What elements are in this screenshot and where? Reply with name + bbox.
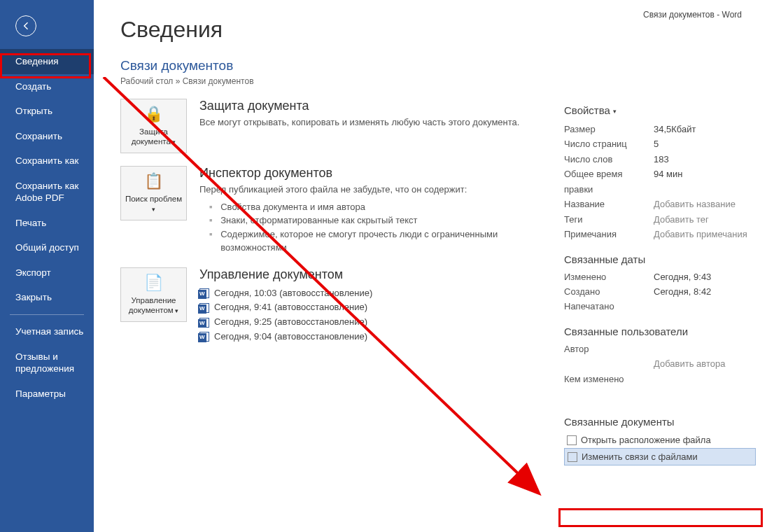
window-title: Связи документов - Word (643, 10, 742, 20)
arrow-left-icon (20, 20, 31, 31)
protect-document-button[interactable]: 🔒 Защита документа ▾ (120, 99, 187, 153)
folder-icon (567, 435, 577, 445)
date-value: Сегодня, 9:43 (654, 270, 711, 284)
word-doc-icon (199, 332, 209, 342)
add-author-link[interactable]: Добавить автора (654, 356, 725, 371)
properties-heading[interactable]: Свойства ▾ (564, 104, 756, 116)
open-file-location-link[interactable]: Открыть расположение файла (564, 432, 756, 448)
sidebar-secondary-item-1[interactable]: Отзывы и предложения (0, 344, 94, 382)
prop-value[interactable]: Добавить тег (654, 212, 709, 227)
document-title[interactable]: Связи документов (120, 58, 767, 74)
chevron-down-icon: ▾ (152, 206, 155, 213)
chevron-down-icon: ▾ (174, 307, 179, 314)
backstage-sidebar: СведенияСоздатьОткрытьСохранитьСохранить… (0, 0, 94, 532)
sidebar-item-2[interactable]: Открыть (0, 99, 94, 124)
prop-key: Общее время правки (564, 167, 654, 197)
prop-value[interactable]: Добавить название (654, 197, 736, 211)
sidebar-item-4[interactable]: Сохранить как (0, 148, 94, 174)
sidebar-item-6[interactable]: Печать (0, 211, 94, 236)
main-content: Связи документов - Word Сведения Связи д… (94, 0, 767, 532)
chevron-down-icon: ▾ (171, 139, 176, 146)
document-version-item[interactable]: Сегодня, 9:41 (автовосстановление) (199, 300, 550, 315)
inspect-document-button[interactable]: 📋 Поиск проблем ▾ (120, 166, 187, 220)
prop-value: 183 (654, 152, 669, 167)
word-doc-icon (199, 303, 209, 313)
inspect-bullet: Содержимое, которое не смогут прочесть л… (199, 227, 550, 255)
date-key: Создано (564, 284, 654, 299)
date-key: Изменено (564, 270, 654, 284)
checklist-icon: 📋 (144, 172, 163, 190)
document-version-item[interactable]: Сегодня, 9:04 (автовосстановление) (199, 330, 550, 344)
protect-heading: Защита документа (199, 99, 550, 113)
related-users-heading: Связанные пользователи (564, 326, 756, 337)
page-title: Сведения (120, 17, 767, 43)
prop-key: Число страниц (564, 136, 654, 151)
chevron-down-icon: ▾ (612, 108, 617, 115)
document-version-item[interactable]: Сегодня, 10:03 (автовосстановление) (199, 286, 550, 301)
back-button[interactable] (15, 15, 36, 36)
sidebar-divider (10, 314, 84, 315)
sidebar-item-5[interactable]: Сохранить как Adobe PDF (0, 174, 94, 211)
manage-document-button[interactable]: 📄 Управление документом ▾ (120, 267, 187, 322)
inspect-bullet: Знаки, отформатированные как скрытый тек… (199, 214, 550, 227)
sidebar-item-9[interactable]: Закрыть (0, 285, 94, 310)
word-doc-icon (199, 318, 209, 328)
prop-key: Число слов (564, 152, 654, 167)
inspect-bullet: Свойства документа и имя автора (199, 200, 550, 214)
author-label: Автор (564, 342, 654, 356)
prop-key: Теги (564, 212, 654, 227)
prop-key: Размер (564, 122, 654, 136)
inspect-text: Перед публикацией этого файла не забудьт… (199, 183, 550, 196)
sidebar-item-1[interactable]: Создать (0, 74, 94, 99)
prop-key: Примечания (564, 227, 654, 241)
sidebar-item-3[interactable]: Сохранить (0, 124, 94, 149)
sidebar-item-7[interactable]: Общий доступ (0, 235, 94, 260)
document-version-item[interactable]: Сегодня, 9:25 (автовосстановление) (199, 315, 550, 330)
sidebar-item-0[interactable]: Сведения (0, 49, 94, 74)
prop-value: 34,5Кбайт (654, 122, 696, 136)
link-edit-icon (568, 452, 577, 462)
sidebar-secondary-item-2[interactable]: Параметры (0, 382, 94, 407)
sidebar-secondary-item-0[interactable]: Учетная запись (0, 319, 94, 344)
edit-links-to-files-link[interactable]: Изменить связи с файлами (564, 448, 756, 465)
date-value: Сегодня, 8:42 (654, 284, 711, 299)
inspect-heading: Инспектор документов (199, 166, 550, 181)
related-dates-heading: Связанные даты (564, 253, 756, 265)
related-documents-heading: Связанные документы (564, 416, 756, 428)
sidebar-item-8[interactable]: Экспорт (0, 260, 94, 286)
prop-key: Название (564, 197, 654, 211)
protect-text: Все могут открывать, копировать и изменя… (199, 116, 550, 129)
date-key: Напечатано (564, 299, 654, 314)
manage-heading: Управление документом (199, 267, 550, 282)
prop-value: 94 мин (654, 167, 682, 197)
changed-by-label: Кем изменено (564, 372, 654, 386)
prop-value[interactable]: Добавить примечания (654, 227, 747, 241)
document-manage-icon: 📄 (144, 274, 163, 292)
lock-icon: 🔒 (144, 105, 163, 123)
prop-value: 5 (654, 136, 659, 151)
word-doc-icon (199, 288, 209, 298)
breadcrumb: Рабочий стол » Связи документов (120, 76, 767, 86)
